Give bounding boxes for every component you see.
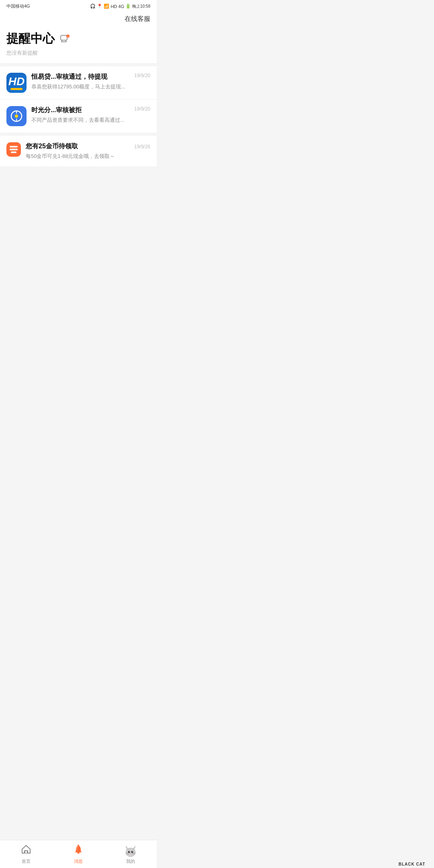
svg-rect-0 — [61, 35, 67, 40]
coin-line-3 — [11, 151, 16, 153]
notif-title-1: 恒易贷...审核通过，待提现 — [31, 73, 131, 81]
coin-title: 您有25金币待领取 — [26, 142, 78, 151]
headphone-icon: 🎧 — [90, 4, 96, 9]
notif-title-2: 时光分...审核被拒 — [31, 106, 131, 115]
signal-icon: 📶 — [104, 4, 109, 9]
hyd-icon: HD — [6, 73, 27, 93]
status-bar: 中国移动4G 🎧 📍 📶 HD 4G 🔋 晚上10:58 — [0, 0, 157, 11]
coin-notification-section[interactable]: 您有25金币待领取 19/9/26 每50金币可兑1-88元现金哦，去领取～ — [0, 136, 157, 166]
notif-date-2: 19/9/20 — [134, 106, 150, 112]
svg-point-7 — [15, 115, 18, 118]
coin-body: 每50金币可兑1-88元现金哦，去领取～ — [26, 153, 150, 160]
header: 在线客服 — [0, 11, 157, 27]
coin-stack-icon — [6, 142, 21, 157]
notif-header-row-1: 恒易贷...审核通过，待提现 19/9/20 — [31, 73, 150, 81]
notification-item-sgf[interactable]: 时光分...审核被拒 19/9/20 不同产品资质要求不同，去看看高通过... — [0, 100, 157, 133]
data-icon: 4G — [118, 4, 124, 9]
notif-date-1: 19/9/20 — [134, 73, 150, 78]
coin-header-row: 您有25金币待领取 19/9/26 — [26, 142, 150, 151]
coin-line-1 — [10, 146, 18, 147]
time-text: 晚上10:58 — [132, 4, 150, 9]
coin-content: 您有25金币待领取 19/9/26 每50金币可兑1-88元现金哦，去领取～ — [26, 142, 150, 160]
page-title-area: 提醒中心 ! 您没有新提醒 — [0, 27, 157, 63]
coin-date: 19/9/26 — [134, 144, 150, 149]
title-row: 提醒中心 ! — [6, 31, 150, 47]
coin-line-2 — [10, 149, 18, 150]
notif-header-row-2: 时光分...审核被拒 19/9/20 — [31, 106, 150, 115]
hd-icon: HD — [111, 4, 117, 9]
carrier-text: 中国移动4G — [6, 3, 30, 9]
notif-body-2: 不同产品资质要求不同，去看看高通过... — [31, 117, 150, 124]
status-right: 🎧 📍 📶 HD 4G 🔋 晚上10:58 — [90, 4, 150, 9]
location-icon: 📍 — [97, 4, 102, 9]
battery-icon: 🔋 — [125, 4, 131, 9]
notification-section: HD 恒易贷...审核通过，待提现 19/9/20 恭喜您获得12795.00额… — [0, 66, 157, 133]
no-notification-text: 您没有新提醒 — [6, 49, 150, 57]
page-wrapper: 中国移动4G 🎧 📍 📶 HD 4G 🔋 晚上10:58 在线客服 提醒中心 — [0, 0, 157, 355]
svg-text:!: ! — [68, 35, 68, 38]
bell-manage-icon[interactable]: ! — [59, 33, 72, 45]
empty-space — [0, 166, 157, 327]
notif-body-1: 恭喜您获得12795.00额度，马上去提现... — [31, 83, 150, 90]
online-service-button[interactable]: 在线客服 — [125, 15, 150, 23]
notif-content-1: 恒易贷...审核通过，待提现 19/9/20 恭喜您获得12795.00额度，马… — [31, 73, 150, 90]
notif-content-2: 时光分...审核被拒 19/9/20 不同产品资质要求不同，去看看高通过... — [31, 106, 150, 124]
notification-item-hyd[interactable]: HD 恒易贷...审核通过，待提现 19/9/20 恭喜您获得12795.00额… — [0, 66, 157, 100]
page-title: 提醒中心 — [6, 31, 55, 47]
sgf-icon — [6, 106, 27, 126]
